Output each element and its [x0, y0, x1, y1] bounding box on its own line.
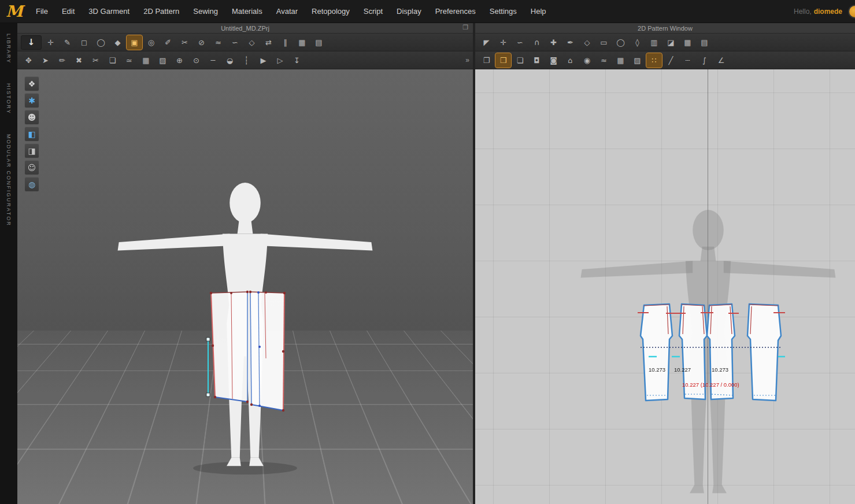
username-text[interactable]: diomede	[814, 8, 842, 16]
pattern-panel-4[interactable]	[747, 304, 781, 401]
rectangle-tool-icon[interactable]: ▭	[596, 35, 612, 50]
trace-tool-icon[interactable]: ◪	[663, 35, 679, 50]
brush-tool-icon[interactable]: ✏	[54, 53, 70, 68]
grid-view-2d-icon[interactable]: ▤	[697, 35, 712, 50]
camera-icon[interactable]: ◙	[546, 53, 561, 68]
select-pen-tool-icon[interactable]: ✎	[60, 35, 75, 50]
dart-tool-icon[interactable]: ◊	[630, 35, 645, 50]
flag-b-icon[interactable]: ▷	[272, 53, 288, 68]
trim-tool-icon[interactable]: ✂	[88, 53, 103, 68]
rail-tab[interactable]: HISTORY	[6, 83, 12, 114]
menu-item[interactable]: Settings	[483, 0, 524, 23]
pause-simulation-icon[interactable]: ∥	[277, 35, 293, 50]
snapshot-icon[interactable]: ◘	[529, 53, 545, 68]
float-panel-icon[interactable]: ❐	[462, 24, 468, 31]
gizmo-tool-icon[interactable]: ➤	[38, 53, 53, 68]
show-avatar-icon[interactable]: ☻	[24, 110, 39, 125]
lasso-select-tool-icon[interactable]: ◯	[93, 35, 109, 50]
flatten-tool-icon[interactable]: ◇	[244, 35, 260, 50]
pin-box-tool-icon[interactable]: ▣	[127, 35, 142, 50]
fabric-blue-icon[interactable]: ◧	[24, 127, 39, 142]
menu-item[interactable]: Preferences	[428, 0, 483, 23]
scene-3d[interactable]	[17, 69, 473, 504]
grid-snap-3d-icon[interactable]: ▦	[294, 35, 310, 50]
pattern-piece-3d-right[interactable]	[250, 292, 284, 410]
edit-point-tool-icon[interactable]: ∽	[512, 35, 528, 50]
app-logo-icon[interactable]: M	[0, 0, 29, 23]
sewing-2d-icon[interactable]: ≈	[596, 53, 612, 68]
edit-pattern-tool-icon[interactable]: ✛	[495, 35, 511, 50]
toolbar-overflow-icon[interactable]: »	[465, 56, 469, 64]
delete-tool-icon[interactable]: ✖	[71, 53, 87, 68]
remove-pin-tool-icon[interactable]: ◎	[143, 35, 159, 50]
rail-tab[interactable]: MODULAR CONFIGURATOR	[6, 134, 12, 227]
button-tool-icon[interactable]: ⊙	[188, 53, 204, 68]
menu-item[interactable]: Help	[524, 0, 553, 23]
quad-mesh-icon[interactable]: ▦	[138, 53, 154, 68]
menu-item[interactable]: Retopology	[305, 0, 357, 23]
avatar-display-icon[interactable]: ☺	[24, 160, 39, 175]
viewport-2d[interactable]: 10.273 10.227 10.273 10.227 (10.227 / 0.…	[475, 69, 855, 504]
free-sewing-tool-icon[interactable]: ∽	[227, 35, 243, 50]
menu-item[interactable]: 3D Garment	[82, 0, 136, 23]
menu-item[interactable]: Avatar	[269, 0, 305, 23]
sewing-tool-icon[interactable]: ≃	[121, 53, 137, 68]
pattern-piece-3d-left[interactable]	[211, 292, 247, 402]
scene-2d[interactable]	[475, 69, 855, 504]
menu-item[interactable]: File	[29, 0, 55, 23]
add-point-tool-icon[interactable]: ✚	[546, 35, 561, 50]
menu-item[interactable]: Edit	[55, 0, 82, 23]
polygon-tool-icon[interactable]: ◇	[579, 35, 595, 50]
menu-item[interactable]: Sewing	[186, 0, 225, 23]
pen-tool-icon[interactable]: ✒	[562, 35, 578, 50]
menu-item[interactable]: Display	[390, 0, 428, 23]
angle-measure-icon[interactable]: ∠	[713, 53, 729, 68]
scissors-tool-icon[interactable]: ✂	[177, 35, 193, 50]
box-select-tool-icon[interactable]: ◻	[76, 35, 92, 50]
line-2d-icon[interactable]: ╱	[663, 53, 679, 68]
symmetric-paste-tool-icon[interactable]: ⇄	[261, 35, 276, 50]
curve-measure-icon[interactable]: ∫	[697, 53, 712, 68]
mesh-tri-2d-icon[interactable]: ▨	[630, 53, 645, 68]
grid-view-3d-icon[interactable]: ▤	[311, 35, 327, 50]
notch-tool-icon[interactable]: ∷	[646, 53, 662, 68]
user-avatar[interactable]	[848, 5, 855, 18]
sync-3d-icon[interactable]: ❐	[479, 53, 494, 68]
grid-snap-2d-icon[interactable]: ▦	[680, 35, 695, 50]
pin-tool-icon[interactable]: ◆	[110, 35, 125, 50]
show-garment-icon[interactable]: ❖	[24, 76, 39, 91]
fasten-tool-icon[interactable]: ◒	[222, 53, 238, 68]
rail-tab[interactable]: LIBRARY	[6, 34, 12, 64]
avatar-pose-tool-icon[interactable]: ✥	[21, 53, 36, 68]
add-point-tool-icon[interactable]: ⊕	[172, 53, 187, 68]
pattern-outline-icon[interactable]: ❏	[512, 53, 528, 68]
layer-tool-icon[interactable]: ❏	[105, 53, 120, 68]
mesh-2d-icon[interactable]: ▦	[613, 53, 628, 68]
drop-pin-icon[interactable]: ↧	[289, 53, 305, 68]
sewing-edit-tool-icon[interactable]: ✐	[160, 35, 176, 50]
menu-item[interactable]: Script	[357, 0, 390, 23]
internal-line-cyan[interactable]	[206, 338, 210, 396]
transform-pattern-tool-icon[interactable]: ◤	[479, 35, 494, 50]
select-move-tool-icon[interactable]: ✛	[43, 35, 58, 50]
buttonhole-tool-icon[interactable]: ─	[205, 53, 221, 68]
seam-allowance-icon[interactable]: ▥	[646, 35, 662, 50]
segment-sewing-tool-icon[interactable]: ≈	[210, 35, 226, 50]
show-3d-overlay-icon[interactable]: ❒	[495, 53, 511, 68]
fabric-gray-icon[interactable]: ◨	[24, 143, 39, 158]
zipper-tool-icon[interactable]: ┆	[239, 53, 254, 68]
iron-tool-icon[interactable]: ⌂	[562, 53, 578, 68]
simulation-icon[interactable]: ✱	[24, 93, 39, 108]
reset-arrangement-icon[interactable]: ↓	[21, 35, 42, 50]
menu-item[interactable]: Materials	[225, 0, 269, 23]
edit-curvature-tool-icon[interactable]: ∩	[529, 35, 545, 50]
flag-a-icon[interactable]: ▶	[256, 53, 271, 68]
menu-item[interactable]: 2D Pattern	[136, 0, 186, 23]
circle-tool-icon[interactable]: ◯	[613, 35, 628, 50]
tack-2d-icon[interactable]: ◉	[579, 53, 595, 68]
world-icon[interactable]: ◍	[24, 177, 39, 192]
baseline-tool-icon[interactable]: ┄	[680, 53, 695, 68]
viewport-3d[interactable]: ❖✱☻◧◨☺◍	[17, 69, 473, 504]
detach-sewing-tool-icon[interactable]: ⊘	[194, 35, 209, 50]
tri-mesh-icon[interactable]: ▨	[155, 53, 171, 68]
